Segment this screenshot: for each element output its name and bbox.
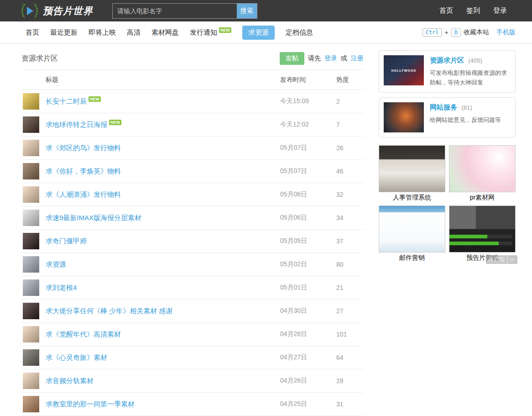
main-nav: 首页 最近更新 即将上映 高清 素材网盘 [0, 21, 532, 44]
post-heat: 64 [336, 354, 364, 361]
post-heat: 28 [336, 377, 364, 384]
post-title-link[interactable]: 求音频分轨素材 [46, 377, 94, 385]
nav-items: 首页 最近更新 即将上映 高清 素材网盘 [26, 26, 313, 40]
title-cell: 求资源 [21, 256, 280, 273]
post-heat: 37 [336, 237, 364, 245]
post-button[interactable]: 发帖 [280, 52, 304, 65]
forum-link[interactable]: 资源求片区 [430, 56, 464, 64]
ad-thumb-image[interactable] [379, 205, 445, 253]
post-heat: 101 [336, 331, 364, 338]
forum-card-body: 网站服务 (81) 给网站提意见，反馈问题等 [430, 102, 511, 132]
post-title-link[interactable]: 求《郊区的鸟》发行物料 [46, 144, 121, 153]
search-button[interactable]: 搜索 [237, 4, 257, 18]
nav-item[interactable]: 即将上映 [89, 28, 116, 37]
post-title-link[interactable]: 长安十二时辰 [46, 97, 87, 106]
user-avatar [23, 116, 39, 133]
post-title-link[interactable]: 求《心灵奇旅》素材 [46, 353, 107, 362]
nav-item-label: 定档信息 [286, 28, 313, 37]
title-cell: 求《觉醒年代》高清素材 [21, 326, 280, 342]
login-link[interactable]: 登录 [324, 54, 337, 63]
user-avatar [23, 396, 39, 412]
table-row: 求音频分轨素材 04月26日 28 [21, 369, 364, 393]
ad-thumb-label: 人事管理系统 [379, 192, 445, 205]
header-link[interactable]: 首页 [439, 6, 453, 15]
post-date: 05月06日 [280, 214, 336, 222]
post-title-link[interactable]: 求速9最新IMAX版海报分层素材 [46, 214, 141, 222]
user-avatar [23, 256, 39, 273]
post-date: 05月05日 [280, 237, 336, 245]
table-row: 求《你好，李焕英》物料 05月07日 46 [21, 160, 364, 183]
post-date: 今天15:09 [280, 97, 336, 105]
user-avatar [23, 373, 39, 389]
post-title-link[interactable]: 求刘老根4 [46, 284, 77, 292]
nav-item[interactable]: 求资源 [242, 26, 275, 40]
forum-link[interactable]: 网站服务 [430, 103, 457, 111]
post-heat: 34 [336, 214, 364, 221]
ad-thumb-image[interactable] [379, 145, 445, 192]
title-cell: 求奇门偃甲师 [21, 233, 280, 249]
ad-thumb-image[interactable] [449, 145, 516, 192]
site-logo[interactable]: 预告片世界 [21, 3, 93, 19]
post-date: 05月07日 [280, 167, 336, 175]
main-content: 资源求片区 发帖 请先 登录 或 注册 标题 发布时间 热度 长安十二时辰 [21, 44, 364, 416]
forum-card-body: 资源求片区 (405) 可发布电影剪辑视频资源的求助帖，等待大神回复 [430, 55, 511, 88]
nav-item[interactable]: 定档信息 [286, 28, 313, 37]
plus-sign: + [445, 29, 449, 36]
post-date: 今天12:02 [280, 121, 336, 129]
title-cell: 求《郊区的鸟》发行物料 [21, 140, 280, 156]
forum-card-image[interactable]: HOLLYWOOD [384, 55, 424, 85]
forum-card-image[interactable] [384, 102, 424, 132]
forum-card: HOLLYWOOD 资源求片区 (405) 可发布电影剪辑视频资源的求助帖，等待… [379, 50, 516, 93]
title-cell: 求《人潮汹涌》发行物料 [21, 186, 280, 203]
register-link[interactable]: 注册 [351, 54, 364, 63]
post-title-link[interactable]: 求教室里的那一间第一季素材 [46, 400, 135, 409]
bookmark-label: 收藏本站 [464, 28, 489, 37]
post-date: 04月28日 [280, 330, 336, 338]
post-heat: 80 [336, 261, 364, 268]
post-list: 长安十二时辰 NEW 今天15:09 2 求地球停转之日海报 NEW 今天12:… [21, 90, 364, 416]
ad-icon [489, 258, 493, 262]
table-row: 求刘老根4 05月01日 21 [21, 276, 364, 300]
nav-item[interactable]: 发行通知 NEW [190, 28, 231, 37]
user-avatar [23, 93, 39, 110]
post-title-link[interactable]: 求地球停转之日海报 [46, 121, 107, 129]
nav-item[interactable]: 最近更新 [50, 28, 78, 37]
ad-thumb: 人事管理系统 [379, 145, 445, 205]
post-title-link[interactable]: 求大佬分享任何《棒 少年》相关素材 感谢 [46, 307, 172, 316]
ad-close-icon[interactable]: × [507, 256, 516, 263]
nav-item-label: 高清 [127, 28, 141, 37]
column-title: 标题 [21, 76, 280, 84]
post-date: 05月01日 [280, 284, 336, 292]
top-header: 预告片世界 搜索 首页签到登录 [0, 0, 532, 21]
post-heat: 26 [336, 144, 364, 152]
table-row: 求地球停转之日海报 NEW 今天12:02 7 [21, 113, 364, 137]
post-title-link[interactable]: 求《你好，李焕英》物料 [46, 167, 121, 176]
post-date: 04月25日 [280, 400, 336, 408]
nav-item-label: 素材网盘 [151, 28, 179, 37]
user-avatar [23, 326, 39, 342]
post-date: 05月07日 [280, 144, 336, 152]
ad-badge: 广告 × [486, 255, 517, 264]
post-date: 05月06日 [280, 190, 336, 199]
search-input[interactable] [113, 4, 237, 18]
nav-item[interactable]: 高清 [127, 28, 141, 37]
title-cell: 求《心灵奇旅》素材 [21, 349, 280, 366]
nav-item[interactable]: 素材网盘 [151, 28, 179, 37]
nav-item[interactable]: 首页 [26, 28, 39, 37]
mobile-version-link[interactable]: 手机版 [496, 28, 516, 37]
post-title-link[interactable]: 求资源 [46, 260, 66, 269]
prompt-or: 或 [341, 54, 347, 63]
table-row: 求资源 05月02日 80 [21, 253, 364, 276]
header-link[interactable]: 登录 [493, 6, 507, 15]
post-title-link[interactable]: 求奇门偃甲师 [46, 237, 87, 246]
table-row: 求《郊区的鸟》发行物料 05月07日 26 [21, 137, 364, 160]
post-title-link[interactable]: 求《人潮汹涌》发行物料 [46, 190, 121, 199]
post-heat: 46 [336, 168, 364, 175]
post-title-link[interactable]: 求《觉醒年代》高清素材 [46, 330, 121, 339]
header-link[interactable]: 签到 [466, 6, 480, 15]
post-date: 04月27日 [280, 353, 336, 362]
ad-thumb-image[interactable] [449, 205, 516, 253]
nav-item-label: 发行通知 [190, 28, 217, 37]
forum-count: (405) [468, 57, 482, 64]
sidebar: HOLLYWOOD 资源求片区 (405) 可发布电影剪辑视频资源的求助帖，等待… [379, 44, 516, 416]
